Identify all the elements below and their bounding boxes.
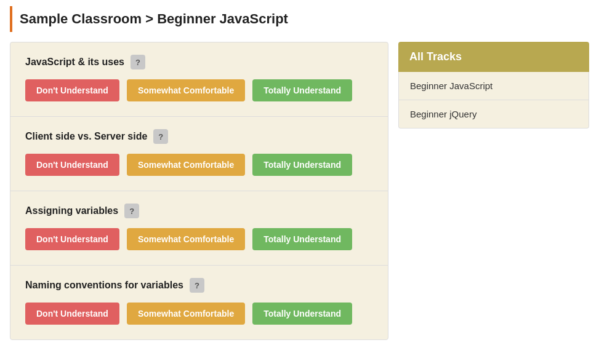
help-icon[interactable]: ? <box>190 278 204 293</box>
totally-understand-button[interactable]: Totally Understand <box>252 154 352 176</box>
help-icon[interactable]: ? <box>153 129 168 144</box>
all-tracks-header: All Tracks <box>398 42 589 72</box>
topic-title: Client side vs. Server side <box>25 131 147 142</box>
track-list: Beginner JavaScriptBeginner jQuery <box>398 72 589 129</box>
topic-title: JavaScript & its uses <box>25 57 124 68</box>
topic-header: JavaScript & its uses ? <box>25 55 373 69</box>
button-row: Don't Understand Somewhat Comfortable To… <box>25 79 373 101</box>
topic-title: Naming conventions for variables <box>25 280 183 291</box>
somewhat-comfortable-button[interactable]: Somewhat Comfortable <box>127 154 245 176</box>
dont-understand-button[interactable]: Don't Understand <box>25 228 119 250</box>
topic-section: JavaScript & its uses ? Don't Understand… <box>10 42 388 117</box>
dont-understand-button[interactable]: Don't Understand <box>25 303 119 325</box>
somewhat-comfortable-button[interactable]: Somewhat Comfortable <box>127 303 245 325</box>
sidebar-track-item[interactable]: Beginner jQuery <box>399 100 589 128</box>
main-panel: JavaScript & its uses ? Don't Understand… <box>10 42 388 340</box>
topic-header: Client side vs. Server side ? <box>25 129 373 144</box>
button-row: Don't Understand Somewhat Comfortable To… <box>25 228 373 250</box>
help-icon[interactable]: ? <box>124 204 139 218</box>
button-row: Don't Understand Somewhat Comfortable To… <box>25 303 373 325</box>
breadcrumb: Sample Classroom > Beginner JavaScript <box>10 6 589 32</box>
topic-header: Assigning variables ? <box>25 204 373 218</box>
totally-understand-button[interactable]: Totally Understand <box>252 303 352 325</box>
topic-title: Assigning variables <box>25 205 118 216</box>
page-wrapper: Sample Classroom > Beginner JavaScript J… <box>0 0 599 346</box>
somewhat-comfortable-button[interactable]: Somewhat Comfortable <box>127 79 245 101</box>
sidebar: All Tracks Beginner JavaScriptBeginner j… <box>398 42 589 340</box>
page-title: Sample Classroom > Beginner JavaScript <box>20 11 582 27</box>
topic-section: Naming conventions for variables ? Don't… <box>10 266 388 339</box>
content-layout: JavaScript & its uses ? Don't Understand… <box>10 42 589 340</box>
dont-understand-button[interactable]: Don't Understand <box>25 154 119 176</box>
button-row: Don't Understand Somewhat Comfortable To… <box>25 154 373 176</box>
help-icon[interactable]: ? <box>131 55 145 69</box>
sidebar-track-item[interactable]: Beginner JavaScript <box>399 72 589 100</box>
dont-understand-button[interactable]: Don't Understand <box>25 79 119 101</box>
totally-understand-button[interactable]: Totally Understand <box>252 228 352 250</box>
totally-understand-button[interactable]: Totally Understand <box>252 79 352 101</box>
all-tracks-label: All Tracks <box>409 50 462 63</box>
topic-header: Naming conventions for variables ? <box>25 278 373 293</box>
topic-section: Assigning variables ? Don't Understand S… <box>10 191 388 266</box>
topic-section: Client side vs. Server side ? Don't Unde… <box>10 117 388 191</box>
somewhat-comfortable-button[interactable]: Somewhat Comfortable <box>127 228 245 250</box>
